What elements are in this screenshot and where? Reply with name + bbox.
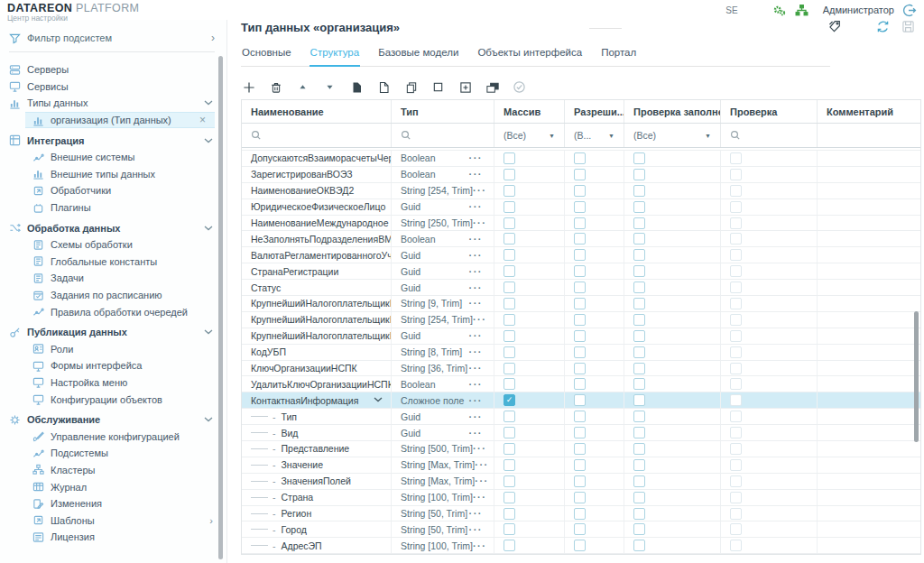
sidebar-item-задачи[interactable]: Задачи bbox=[0, 270, 227, 287]
table-row[interactable]: КонтактнаяИнформация Сложное поле ··· ✓ bbox=[242, 392, 920, 409]
allow-checkbox[interactable] bbox=[574, 394, 586, 406]
table-row[interactable]: НеЗаполнятьПодразделенияВМероприят Boole… bbox=[242, 231, 920, 247]
allow-checkbox[interactable] bbox=[574, 427, 586, 438]
sidebar-item-шаблоны[interactable]: Шаблоны› bbox=[0, 512, 227, 529]
fill-check-checkbox[interactable] bbox=[633, 346, 645, 358]
add-icon[interactable] bbox=[241, 79, 256, 95]
cell-comment[interactable] bbox=[818, 167, 920, 182]
cell-comment[interactable] bbox=[818, 199, 920, 215]
allow-checkbox[interactable] bbox=[574, 330, 586, 342]
cell-name[interactable]: КлючОрганизацииНСПК bbox=[242, 361, 392, 376]
cell-name[interactable]: КодУБП bbox=[242, 345, 392, 360]
allow-checkbox[interactable] bbox=[574, 540, 586, 551]
allow-checkbox[interactable] bbox=[574, 411, 586, 422]
cell-type[interactable]: Guid ··· bbox=[392, 280, 494, 295]
array-checkbox[interactable] bbox=[504, 378, 515, 390]
ellipsis-button[interactable]: ··· bbox=[469, 524, 484, 535]
sidebar-item-плагины[interactable]: Плагины bbox=[0, 199, 227, 217]
cell-name[interactable]: ВалютаРегламентированногоУчета bbox=[242, 247, 392, 263]
allow-checkbox[interactable] bbox=[574, 508, 586, 520]
array-checkbox[interactable] bbox=[504, 508, 515, 520]
array-checkbox[interactable] bbox=[504, 249, 515, 261]
cell-comment[interactable] bbox=[818, 521, 920, 537]
fill-check-checkbox[interactable] bbox=[633, 363, 645, 374]
table-row[interactable]: -Страна String [100, Trim] ··· bbox=[242, 490, 920, 506]
ellipsis-button[interactable]: ··· bbox=[469, 411, 484, 422]
sidebar-item-обработчики[interactable]: Обработчики bbox=[0, 182, 227, 199]
ellipsis-button[interactable]: ··· bbox=[475, 475, 489, 486]
sitemap-icon[interactable] bbox=[795, 4, 808, 17]
ellipsis-button[interactable]: ··· bbox=[473, 314, 487, 325]
cell-comment[interactable] bbox=[818, 328, 920, 344]
gears-icon[interactable] bbox=[772, 4, 786, 17]
sidebar-item-конфигурации-объектов[interactable]: Конфигурации объектов bbox=[0, 391, 227, 408]
move-up-icon[interactable] bbox=[295, 79, 310, 95]
check-checkbox[interactable] bbox=[730, 152, 742, 164]
table-row[interactable]: ВалютаРегламентированногоУчета Guid ··· bbox=[242, 247, 920, 263]
tab-osnovnye[interactable]: Основные bbox=[241, 42, 292, 66]
check-checkbox[interactable] bbox=[730, 540, 742, 551]
import-icon[interactable] bbox=[349, 79, 365, 95]
delete-icon[interactable] bbox=[268, 79, 283, 95]
fill-check-checkbox[interactable] bbox=[633, 492, 645, 503]
cell-name[interactable]: -Значение bbox=[242, 457, 392, 473]
table-row[interactable]: КодУБП String [8, Trim] ··· bbox=[242, 345, 920, 361]
table-row[interactable]: КрупнейшийНалогоплательщикНаименов Strin… bbox=[242, 312, 920, 328]
fill-check-checkbox[interactable] bbox=[633, 314, 645, 326]
allow-checkbox[interactable] bbox=[574, 201, 586, 213]
cell-comment[interactable] bbox=[818, 361, 920, 376]
check-checkbox[interactable] bbox=[730, 394, 742, 406]
fill-check-checkbox[interactable] bbox=[633, 394, 645, 406]
cell-comment[interactable] bbox=[818, 345, 920, 360]
check-checkbox[interactable] bbox=[730, 314, 742, 326]
chevron-down-icon[interactable] bbox=[204, 226, 213, 231]
sidebar-item-схемы-обработки[interactable]: Схемы обработки bbox=[0, 236, 227, 254]
fill-check-checkbox[interactable] bbox=[633, 427, 645, 438]
ellipsis-button[interactable]: ··· bbox=[469, 428, 484, 438]
fill-check-checkbox[interactable] bbox=[633, 459, 645, 471]
chevron-down-icon[interactable] bbox=[204, 329, 213, 335]
sidebar-item-изменения[interactable]: Изменения bbox=[0, 495, 227, 512]
table-row[interactable]: СтранаРегистрации Guid ··· bbox=[242, 263, 920, 280]
allow-checkbox[interactable] bbox=[574, 152, 586, 164]
check-checkbox[interactable] bbox=[730, 185, 742, 197]
col-header-name[interactable]: Наименование bbox=[242, 100, 392, 123]
cell-type[interactable]: String [50, Trim] ··· bbox=[392, 521, 494, 537]
table-row[interactable]: -Город String [50, Trim] ··· bbox=[242, 521, 920, 538]
cell-type[interactable]: Guid ··· bbox=[392, 425, 494, 440]
cell-comment[interactable] bbox=[818, 312, 920, 328]
ellipsis-button[interactable]: ··· bbox=[473, 443, 487, 454]
sidebar-item-глобальные-константы[interactable]: Глобальные константы bbox=[0, 254, 227, 271]
fill-check-checkbox[interactable] bbox=[633, 508, 645, 520]
table-row[interactable]: УдалитьКлючОрганизацииНСПКОбработ Boolea… bbox=[242, 376, 920, 392]
filter-comment[interactable] bbox=[818, 124, 920, 147]
sidebar-item-обработка-данных[interactable]: Обработка данных bbox=[0, 219, 227, 236]
cell-name[interactable]: КрупнейшийНалогоплательщикРегистра bbox=[242, 328, 392, 344]
tab-portal[interactable]: Портал bbox=[600, 42, 637, 66]
cell-comment[interactable] bbox=[818, 425, 920, 440]
cell-name[interactable]: -ЗначенияПолей bbox=[242, 474, 392, 489]
allow-checkbox[interactable] bbox=[574, 314, 586, 326]
cell-name[interactable]: ЗарегистрированВОЭЗ bbox=[242, 167, 392, 182]
check-circle-icon[interactable] bbox=[512, 79, 527, 95]
check-checkbox[interactable] bbox=[730, 492, 742, 503]
chevron-down-icon[interactable] bbox=[204, 417, 213, 422]
array-checkbox[interactable] bbox=[504, 265, 515, 277]
allow-checkbox[interactable] bbox=[574, 217, 586, 229]
cell-comment[interactable] bbox=[818, 441, 920, 457]
cell-name[interactable]: ЮридическоеФизическоеЛицо bbox=[242, 199, 392, 215]
fill-check-checkbox[interactable] bbox=[633, 201, 645, 213]
allow-checkbox[interactable] bbox=[574, 233, 586, 245]
array-checkbox[interactable] bbox=[504, 346, 515, 358]
ellipsis-button[interactable]: ··· bbox=[469, 395, 484, 406]
sidebar-item-организация-тип-данных-[interactable]: организация (Тип данных)× bbox=[25, 112, 215, 129]
chevron-down-icon[interactable] bbox=[204, 138, 213, 143]
check-checkbox[interactable] bbox=[730, 378, 742, 390]
array-checkbox[interactable] bbox=[504, 427, 515, 438]
table-row[interactable]: КлючОрганизацииНСПК String [36, Trim] ··… bbox=[242, 361, 920, 377]
sidebar-item-роли[interactable]: Роли bbox=[0, 341, 227, 358]
close-icon[interactable]: × bbox=[199, 114, 206, 126]
ellipsis-button[interactable]: ··· bbox=[469, 250, 484, 261]
check-checkbox[interactable] bbox=[730, 427, 742, 438]
cell-name[interactable]: УдалитьКлючОрганизацииНСПКОбработ bbox=[242, 376, 392, 392]
